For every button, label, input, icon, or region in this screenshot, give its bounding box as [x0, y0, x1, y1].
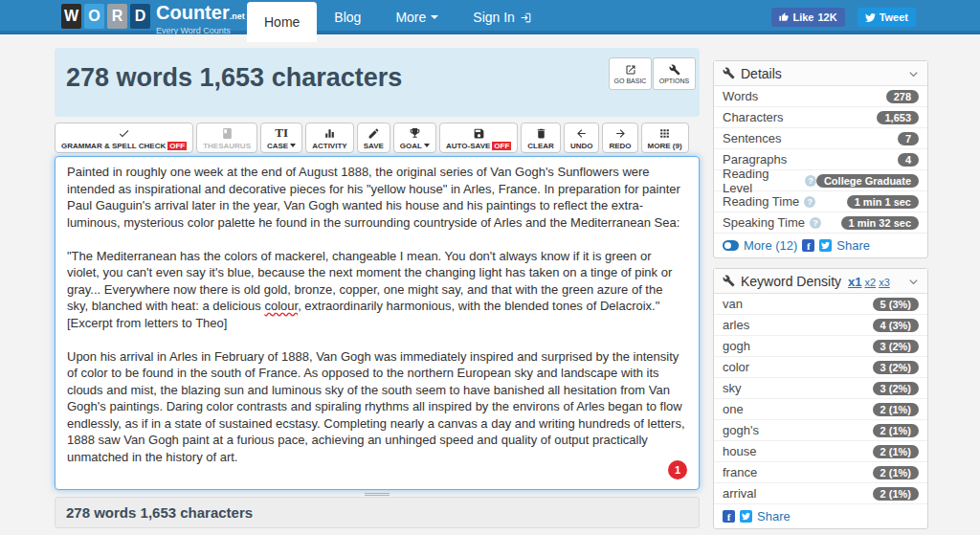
keyword-row: gogh3 (2%) — [714, 336, 927, 357]
keyword-row-label: house — [723, 444, 756, 458]
word-count-footer: 278 words 1,653 characters — [55, 497, 700, 528]
arrow-left-icon — [575, 127, 588, 140]
logo[interactable]: WORD Counter.net Every Word Counts — [61, 4, 245, 35]
toolbar-button-label: MORE (9) — [648, 142, 682, 150]
tab-blog[interactable]: Blog — [317, 0, 378, 34]
details-row: Speaking Time?1 min 32 sec — [714, 212, 927, 234]
details-panel-header[interactable]: Details — [714, 61, 927, 86]
tab-label: Sign In — [473, 0, 515, 34]
toolbar-save-button[interactable]: SAVE — [357, 123, 390, 153]
keyword-multiplier-x2[interactable]: x2 — [865, 277, 877, 288]
count-badge: 4 — [898, 153, 919, 167]
details-share-link[interactable]: Share — [836, 238, 870, 253]
caret-down-icon — [424, 144, 430, 147]
bar-chart-icon — [323, 127, 336, 140]
twitter-bird-icon — [865, 12, 876, 23]
keyword-row-label: one — [723, 402, 744, 416]
caret-down-icon — [290, 144, 296, 147]
wrench-icon — [669, 64, 680, 76]
keyword-count-badge: 4 (3%) — [873, 319, 919, 332]
toolbar-grammar-spell-check-button[interactable]: GRAMMAR & SPELL CHECKOFF — [55, 123, 193, 153]
tab-home[interactable]: Home — [247, 2, 317, 42]
chevron-down-icon[interactable] — [906, 275, 921, 289]
facebook-icon[interactable]: f — [802, 239, 814, 252]
logo-tile: D — [130, 4, 150, 29]
keyword-row: france2 (1%) — [714, 462, 927, 483]
keyword-count-badge: 2 (1%) — [873, 487, 919, 501]
keyword-multiplier-x3[interactable]: x3 — [879, 277, 890, 288]
keyword-share-link[interactable]: Share — [757, 509, 791, 524]
tab-label: Blog — [334, 0, 361, 34]
go-basic-button[interactable]: GO BASIC — [609, 57, 652, 90]
question-icon[interactable]: ? — [810, 217, 821, 229]
external-link-icon — [625, 64, 636, 76]
toolbar-more-9-button[interactable]: MORE (9) — [641, 123, 689, 153]
keyword-row-label: van — [723, 297, 743, 311]
toolbar-undo-button[interactable]: UNDO — [564, 123, 600, 153]
editor-paragraph — [67, 331, 687, 348]
toolbar-thesaurus-button[interactable]: THESAURUS — [196, 123, 257, 153]
arrow-right-icon — [614, 127, 627, 140]
spell-error-count-badge[interactable]: 1 — [668, 460, 687, 479]
twitter-icon[interactable] — [819, 239, 832, 252]
toolbar-button-label: GRAMMAR & SPELL CHECKOFF — [61, 142, 187, 150]
editor-textarea[interactable]: Painted in roughly one week at the end o… — [55, 156, 700, 490]
floppy-icon — [473, 127, 485, 140]
count-badge: 1,653 — [877, 111, 919, 124]
details-row-label: Paragraphs — [723, 152, 787, 167]
question-icon[interactable]: ? — [804, 196, 815, 208]
logo-tile: R — [107, 4, 127, 29]
toolbar-clear-button[interactable]: CLEAR — [521, 123, 561, 153]
toggle-icon[interactable] — [723, 240, 739, 251]
keyword-count-badge: 5 (3%) — [873, 298, 919, 311]
check-icon — [118, 127, 130, 140]
keyword-row: arles4 (3%) — [714, 315, 927, 336]
editor-paragraph — [67, 482, 687, 491]
toolbar-activity-button[interactable]: ACTIVITY — [305, 123, 353, 153]
toolbar-redo-button[interactable]: REDO — [602, 123, 637, 153]
brand-name: Counter.net — [156, 4, 245, 26]
toolbar-case-button[interactable]: TICASE — [260, 123, 302, 153]
tab-label: Home — [264, 5, 300, 39]
keyword-multiplier-x1[interactable]: x1 — [848, 275, 861, 289]
keyword-row: van5 (3%) — [714, 294, 927, 315]
editor-toolbar: GRAMMAR & SPELL CHECKOFFTHESAURUSTICASEA… — [55, 123, 700, 153]
caret-down-icon — [431, 15, 438, 19]
facebook-icon[interactable]: f — [723, 510, 735, 523]
question-icon[interactable]: ? — [805, 175, 816, 187]
tab-sign-in[interactable]: Sign In — [456, 0, 549, 34]
details-row: Words278 — [714, 86, 927, 107]
details-row-label: Words — [723, 89, 758, 103]
details-row-label: Speaking Time — [723, 215, 805, 230]
keyword-footer-row: f Share — [714, 504, 927, 528]
options-button[interactable]: OPTIONS — [653, 57, 696, 90]
chevron-down-icon — [906, 275, 921, 289]
details-row-label: Reading Time — [723, 194, 799, 209]
trophy-icon — [409, 127, 421, 140]
count-badge: 278 — [886, 90, 919, 103]
twitter-icon[interactable] — [740, 510, 752, 523]
top-navbar: WORD Counter.net Every Word Counts HomeB… — [0, 0, 980, 34]
toolbar-goal-button[interactable]: GOAL — [393, 123, 436, 153]
twitter-bird-icon — [742, 512, 750, 521]
chevron-down-icon — [906, 67, 921, 81]
keyword-density-header[interactable]: Keyword Density x1x2x3 — [714, 269, 927, 294]
nav-tabs: HomeBlogMoreSign In — [247, 0, 549, 38]
like-count: 12K — [817, 11, 836, 23]
keyword-row-label: color — [723, 360, 749, 374]
facebook-like-button[interactable]: Like 12K — [771, 8, 844, 27]
keyword-count-badge: 2 (1%) — [873, 466, 919, 479]
keyword-count-badge: 2 (1%) — [873, 424, 919, 437]
tab-more[interactable]: More — [378, 0, 456, 34]
off-badge: OFF — [492, 142, 511, 150]
save-edit-icon — [368, 127, 380, 140]
toolbar-button-label: ACTIVITY — [312, 142, 346, 150]
editor-paragraph — [67, 231, 687, 248]
more-link[interactable]: More (12) — [744, 238, 797, 253]
chevron-down-icon[interactable] — [906, 67, 921, 81]
count-badge: 1 min 32 sec — [841, 216, 919, 230]
tweet-button[interactable]: Tweet — [858, 8, 916, 27]
misspelled-word[interactable]: colour — [264, 299, 298, 313]
keyword-row: house2 (1%) — [714, 441, 927, 462]
toolbar-auto-save-button[interactable]: AUTO-SAVEOFF — [439, 123, 518, 153]
